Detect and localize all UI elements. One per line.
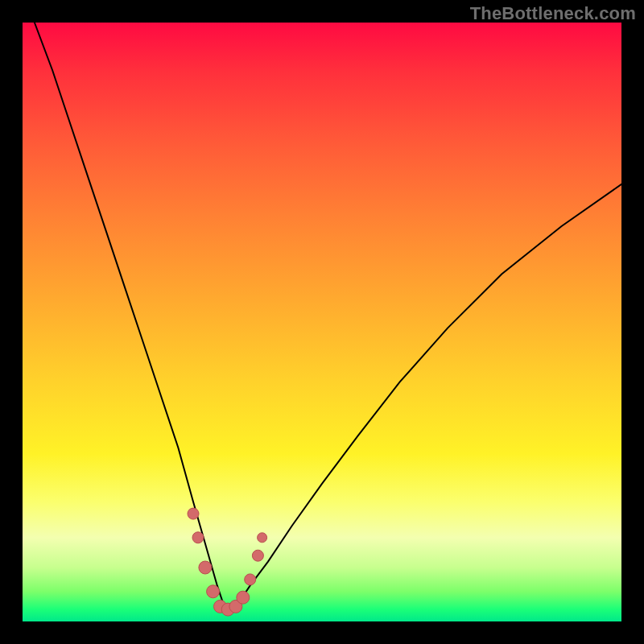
curve-right-branch bbox=[226, 184, 621, 613]
trough-marker bbox=[252, 550, 263, 561]
curve-path bbox=[35, 23, 226, 613]
watermark-text: TheBottleneck.com bbox=[470, 3, 636, 24]
trough-marker bbox=[258, 533, 267, 543]
curve-path bbox=[226, 184, 621, 613]
curve-left-branch bbox=[35, 23, 226, 613]
chart-frame: TheBottleneck.com bbox=[0, 0, 644, 644]
chart-svg bbox=[23, 23, 621, 621]
trough-marker bbox=[199, 561, 212, 574]
trough-marker bbox=[188, 508, 199, 519]
trough-marker bbox=[207, 585, 220, 598]
trough-marker bbox=[245, 574, 256, 585]
trough-marker bbox=[237, 591, 250, 604]
trough-marker bbox=[192, 532, 204, 543]
